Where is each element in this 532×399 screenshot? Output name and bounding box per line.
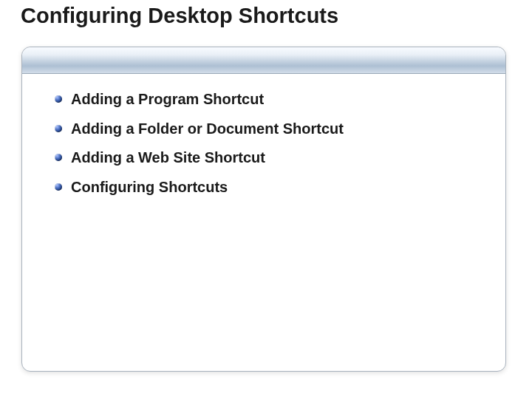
panel-header-bar xyxy=(22,47,505,74)
list-item-label: Adding a Program Shortcut xyxy=(71,91,264,107)
bullet-icon xyxy=(55,154,62,161)
slide: Configuring Desktop Shortcuts Adding a P… xyxy=(0,0,532,399)
list-item-label: Adding a Folder or Document Shortcut xyxy=(71,120,344,137)
bullet-icon xyxy=(55,125,62,132)
page-title: Configuring Desktop Shortcuts xyxy=(21,4,338,28)
list-item: Adding a Program Shortcut xyxy=(55,90,486,109)
list-item-label: Configuring Shortcuts xyxy=(71,179,228,195)
content-panel: Adding a Program Shortcut Adding a Folde… xyxy=(21,47,506,372)
bullet-icon xyxy=(55,183,62,191)
bullet-list: Adding a Program Shortcut Adding a Folde… xyxy=(55,90,486,197)
panel-body: Adding a Program Shortcut Adding a Folde… xyxy=(22,74,505,220)
list-item-label: Adding a Web Site Shortcut xyxy=(71,149,265,166)
list-item: Adding a Web Site Shortcut xyxy=(55,149,486,168)
list-item: Configuring Shortcuts xyxy=(55,178,486,197)
list-item: Adding a Folder or Document Shortcut xyxy=(55,120,486,139)
bullet-icon xyxy=(55,95,62,103)
